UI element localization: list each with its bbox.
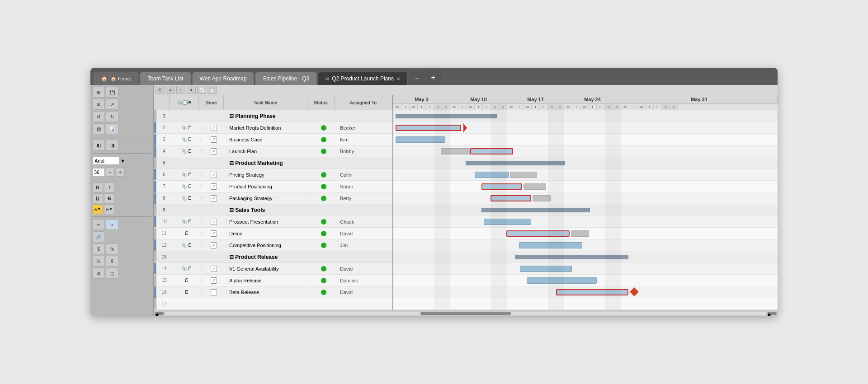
task-assigned-sarah: Sarah [337,184,392,189]
scroll-left-btn[interactable]: ◀ [155,312,164,315]
right-align-btn[interactable]: ◨ [106,140,118,150]
task-status [310,172,337,178]
table-btn[interactable]: ▤ [92,123,105,134]
tab-launch-close[interactable]: ✕ [396,76,400,81]
gantt-arrow-market [463,123,467,132]
paperclip-icon: 📎 [181,125,187,130]
horizontal-scrollbar[interactable]: ◀ ▶ [154,310,778,316]
task-num: 12 [156,243,172,248]
status-dot [321,172,326,178]
redo-btn[interactable]: ↻ [106,111,118,122]
task-done[interactable]: ✓ [202,125,226,131]
mini-icon-2[interactable]: ≡ [166,86,175,94]
share-btn[interactable]: ↗ [106,99,118,110]
link-btn[interactable]: 🔗 [92,231,105,242]
gantt-row [393,286,778,298]
task-done[interactable]: ✓ [202,136,226,143]
percent-btn[interactable]: % [92,256,105,267]
mini-icon-5[interactable]: 📈 [197,86,206,94]
day-su4: S [613,104,621,110]
status-dot [321,290,326,295]
task-num: 8 [156,196,172,201]
task-name-packaging: Packaging Strategy [226,196,310,201]
gantt-row [393,204,778,216]
task-done[interactable]: ✓ [202,242,226,248]
tab-webapp[interactable]: Web App Roadmap [192,72,255,85]
grid-btn[interactable]: ⊞ [92,87,105,98]
gantt-row [393,228,778,239]
font-size-plus[interactable]: + [116,168,125,177]
save-btn[interactable]: 💾 [106,87,118,98]
task-done[interactable]: ✓ [202,266,226,272]
strikethrough-btn[interactable]: S [104,193,115,203]
day-w5: W [637,104,646,110]
task-done[interactable]: ✓ [202,183,226,190]
tab-team[interactable]: Team Task List [140,72,191,85]
font-dropdown-icon[interactable]: ▼ [120,158,125,164]
gantt-bar-packaging [491,195,531,201]
font-size-selector: − + [92,168,151,177]
email-btn[interactable]: ✉ [92,99,105,110]
undo-btn[interactable]: ↺ [92,111,105,122]
mini-icon-3[interactable]: ↕ [176,86,185,94]
gantt-row [393,192,778,204]
mini-icon-6[interactable]: 📋 [208,86,217,94]
task-done[interactable]: ✓ [202,195,226,201]
bold-btn[interactable]: B [92,183,103,192]
mini-icon-1[interactable]: ⊞ [156,86,165,94]
task-status [310,290,337,295]
table-row: 15 🗒 ✓ Alpha Release Dominic [154,275,392,286]
eraser-btn[interactable]: ◻ [106,268,118,279]
italic-btn[interactable]: I [104,183,115,192]
task-done[interactable]: ✓ [202,148,226,155]
group-collapse-icon[interactable]: ⊟ [229,254,234,260]
task-done[interactable]: ✓ [202,219,226,225]
font-size-input[interactable] [92,168,105,176]
pen-btn[interactable]: ✏ [92,219,105,230]
day-w3: W [524,104,532,110]
task-done[interactable]: ✓ [202,230,226,237]
tab-pipeline[interactable]: Sales Pipeline - Q3 [255,72,317,85]
tab-launch[interactable]: ☑ Q2 Product Launch Plans ✕ [318,72,408,85]
task-icons: 🗒 [172,231,202,236]
scroll-right-btn[interactable]: ▶ [768,312,777,315]
done-checkbox: ✓ [211,148,217,155]
task-done[interactable]: ✓ [202,277,226,284]
home-icon: 🏠 [101,75,108,82]
table-row: 7 📎 🗒 ✓ Product Positioning [154,181,392,192]
done-checkbox: ✓ [211,266,217,272]
scrollbar-thumb[interactable] [420,312,511,315]
tab-more-button[interactable]: ··· [409,71,425,85]
dollar-btn[interactable]: $ [92,244,105,254]
gantt-bar-demo-gray [571,230,589,237]
number-btn[interactable]: 9 [106,256,118,267]
task-icons: 📎 🗒 [172,243,202,248]
task-name-business: Business Case [226,137,310,142]
col-header-assigned: Assigned To [335,95,392,110]
formula-btn[interactable]: fx [106,244,118,254]
task-icons: 📎 🗒 [172,172,202,177]
gantt-bar-business [396,136,445,143]
mini-icon-4[interactable]: ♦ [187,86,196,94]
settings-btn[interactable]: ⚙ [92,268,105,279]
font-name-input[interactable] [92,157,119,165]
task-done[interactable] [202,289,226,295]
font-size-minus[interactable]: − [106,168,115,177]
note-icon: 🗒 [188,172,192,177]
chart-btn[interactable]: 📊 [106,123,118,134]
gantt-row [393,134,778,145]
underline-btn[interactable]: U [92,193,103,203]
group-collapse-icon[interactable]: ⊟ [229,207,234,213]
task-num: 11 [156,231,172,236]
tab-add-button[interactable]: + [426,70,441,85]
task-done[interactable]: ✓ [202,172,226,178]
font-color-btn[interactable]: A▼ [104,204,115,214]
left-align-btn[interactable]: ◧ [92,140,105,150]
day-w1: W [410,104,418,110]
highlight-btn[interactable]: A▼ [92,204,103,214]
group-collapse-icon[interactable]: ⊟ [229,113,234,119]
highlight2-btn[interactable]: ▪ [106,219,118,230]
day-su2: S [499,104,507,110]
group-collapse-icon[interactable]: ⊟ [229,160,234,166]
tab-home[interactable]: 🏠 🏠 Home [93,72,139,85]
